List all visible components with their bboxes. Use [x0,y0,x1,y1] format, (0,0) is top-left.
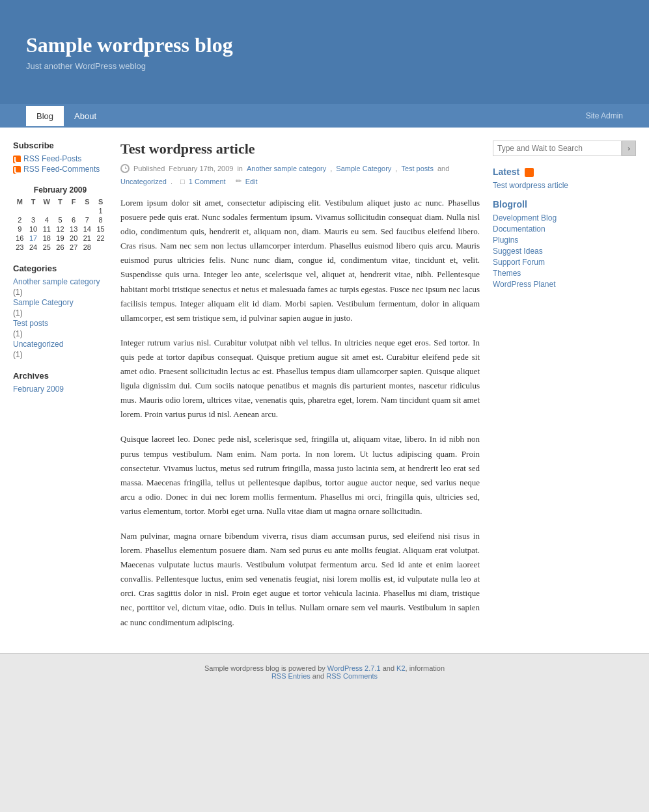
calendar-cell: 21 [81,234,94,243]
blogroll-item-link[interactable]: Suggest Ideas [493,247,636,256]
footer: Sample wordpress blog is powered by Word… [0,653,649,690]
calendar-cell: 5 [53,215,67,224]
site-title: Sample wordpress blog [26,33,623,57]
tab-about[interactable]: About [64,106,107,126]
calendar-header: T [53,197,67,206]
article-paragraph: Quisque laoreet leo. Donec pede nisl, sc… [120,432,480,519]
blogroll-list: Development BlogDocumentationPluginsSugg… [493,213,636,289]
archive-link[interactable]: February 2009 [13,385,107,394]
blogroll-item-link[interactable]: WordPress Planet [493,280,636,289]
category-count: (1) [13,329,23,338]
main-content: Test wordpress article Published Februar… [120,141,480,640]
comment-bubble-icon: □ [180,178,185,185]
site-admin-link[interactable]: Site Admin [586,111,623,120]
clock-icon [120,164,130,173]
calendar-cell: 10 [27,224,40,234]
blogroll-item-link[interactable]: Development Blog [493,213,636,223]
calendar-cell: 28 [81,243,94,252]
list-item: Uncategorized (1) [13,340,107,359]
article-meta: Published February 17th, 2009 in Another… [120,164,480,185]
calendar-cell: 9 [13,224,27,234]
latest-item-link[interactable]: Test wordpress article [493,181,636,190]
k2-link[interactable]: K2 [396,664,405,672]
rss-entries-link[interactable]: RSS Entries [271,672,311,680]
categories-title: Categories [13,264,107,273]
subscribe-section: Subscribe RSS Feed-Posts RSS Feed-Commen… [13,141,107,174]
archives-title: Archives [13,371,107,381]
category-count: (1) [13,308,23,318]
calendar-cell[interactable]: 17 [27,234,40,243]
calendar-header: M [13,197,27,206]
rss-icon [13,156,21,163]
list-item: Sample Category (1) [13,298,107,318]
blogroll-item-link[interactable]: Plugins [493,236,636,245]
calendar-cell [81,206,94,215]
nav-tabs: Blog About [26,106,107,126]
calendar-cell: 20 [67,234,81,243]
subscribe-title: Subscribe [13,141,107,150]
list-item: Another sample category (1) [13,277,107,297]
blogroll-section: Blogroll Development BlogDocumentationPl… [493,199,636,289]
calendar-cell: 18 [40,234,53,243]
tab-blog[interactable]: Blog [26,106,64,126]
category-link[interactable]: Sample Category [13,298,107,307]
latest-list: Test wordpress article [493,181,636,190]
calendar-cell: 25 [40,243,53,252]
category-link[interactable]: Test posts [13,319,107,328]
blogroll-item-link[interactable]: Documentation [493,224,636,234]
category4-link[interactable]: Uncategorized [120,178,167,185]
latest-section: Latest Test wordpress article [493,167,636,190]
category3-link[interactable]: Test posts [401,165,434,172]
in-label: in [237,165,243,172]
calendar-cell: 14 [81,224,94,234]
rss-icon [13,166,21,174]
blogroll-item-link[interactable]: Themes [493,269,636,278]
edit-link[interactable]: Edit [245,178,258,185]
calendar-cell [94,243,107,252]
calendar-cell: 16 [13,234,27,243]
calendar-cell: 8 [94,215,107,224]
header: Sample wordpress blog Just another WordP… [0,0,649,104]
rss-posts-link[interactable]: RSS Feed-Posts [13,154,107,163]
calendar-cell: 1 [94,206,107,215]
article-title: Test wordpress article [120,141,480,157]
rss-feed-icon [525,168,534,177]
category1-link[interactable]: Another sample category [247,165,326,172]
category-link[interactable]: Another sample category [13,277,107,286]
article-paragraph: Nam pulvinar, magna ornare bibendum vive… [120,529,480,630]
list-item: Test posts (1) [13,319,107,338]
blogroll-item-link[interactable]: Support Forum [493,258,636,267]
calendar-cell: 11 [40,224,53,234]
article-paragraph: Integer rutrum varius nisl. Curabitur vo… [120,336,480,422]
calendar-cell: 22 [94,234,107,243]
calendar-cell: 19 [53,234,67,243]
calendar-cell [40,206,53,215]
calendar-header: T [27,197,40,206]
category-link[interactable]: Uncategorized [13,340,107,349]
rss-comments-link[interactable]: RSS Feed-Comments [13,165,107,174]
calendar-cell: 12 [53,224,67,234]
footer-rss: RSS Entries and RSS Comments [10,672,639,680]
archives-section: Archives February 2009 [13,371,107,394]
search-input[interactable] [493,141,622,156]
categories-list: Another sample category (1)Sample Catego… [13,277,107,359]
category-count: (1) [13,288,23,297]
wp-link[interactable]: WordPress 2.7.1 [327,664,381,672]
right-sidebar: › Latest Test wordpress article Blogroll… [493,141,636,640]
calendar-cell: 27 [67,243,81,252]
published-label: Published [133,165,165,172]
rss-comments-footer-link[interactable]: RSS Comments [326,672,378,680]
calendar-header: W [40,197,53,206]
archives-list: February 2009 [13,385,107,394]
calendar-cell: 13 [67,224,81,234]
search-button[interactable]: › [622,141,636,156]
category2-link[interactable]: Sample Category [336,165,391,172]
calendar-cell [53,206,67,215]
article-paragraph: Lorem ipsum dolor sit amet, consectetur … [120,196,480,325]
calendar-cell [13,206,27,215]
site-subtitle: Just another WordPress weblog [26,61,623,71]
blogroll-title: Blogroll [493,199,636,210]
comment-link[interactable]: 1 Comment [189,178,226,185]
left-sidebar: Subscribe RSS Feed-Posts RSS Feed-Commen… [13,141,107,640]
calendar-cell: 2 [13,215,27,224]
